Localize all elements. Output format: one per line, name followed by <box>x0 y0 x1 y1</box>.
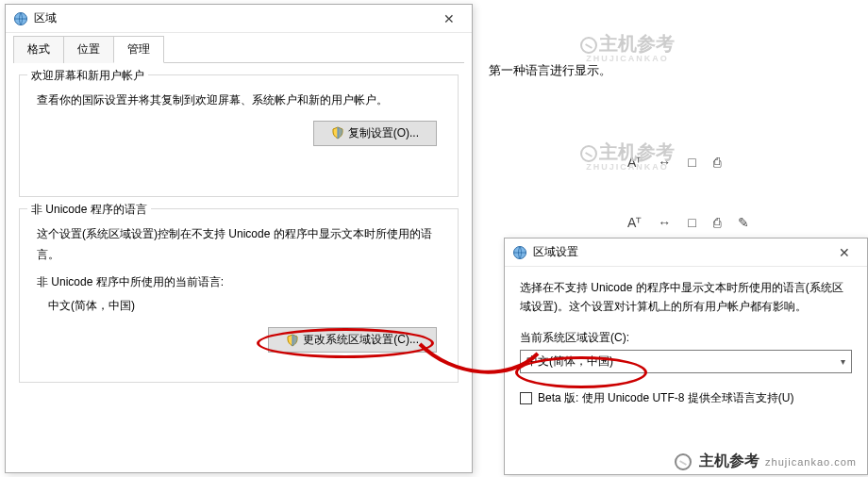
current-language-value: 中文(简体，中国) <box>48 298 446 314</box>
combo-label: 当前系统区域设置(C): <box>520 330 852 346</box>
font-icon: Aᵀ <box>627 155 641 170</box>
tab-format[interactable]: 格式 <box>13 36 64 63</box>
watermark-footer: 主机参考 zhujicankao.com <box>669 450 862 473</box>
box-icon: □ <box>688 155 695 170</box>
checkbox[interactable] <box>520 392 532 404</box>
dialog-title: 区域设置 <box>533 244 827 260</box>
group-legend: 非 Unicode 程序的语言 <box>27 202 151 218</box>
globe-icon <box>13 11 28 26</box>
globe-icon <box>512 245 527 260</box>
background-toolbar-icons-1: Aᵀ ↔ □ ⎙ <box>627 155 721 170</box>
titlebar: 区域 ✕ <box>6 5 472 33</box>
shield-icon <box>286 334 299 347</box>
shield-icon <box>331 126 344 140</box>
copy-settings-button[interactable]: 复制设置(O)... <box>313 121 437 146</box>
non-unicode-group: 非 Unicode 程序的语言 这个设置(系统区域设置)控制在不支持 Unico… <box>19 208 459 383</box>
group-description: 这个设置(系统区域设置)控制在不支持 Unicode 的程序中显示文本时所使用的… <box>37 224 446 265</box>
utf8-beta-option[interactable]: Beta 版: 使用 Unicode UTF-8 提供全球语言支持(U) <box>520 390 852 406</box>
tab-location[interactable]: 位置 <box>63 36 114 63</box>
group-legend: 欢迎屏幕和新用户帐户 <box>27 68 148 84</box>
checkbox-label: Beta 版: 使用 Unicode UTF-8 提供全球语言支持(U) <box>538 390 793 406</box>
tab-admin[interactable]: 管理 <box>113 36 164 63</box>
background-toolbar-icons-2: Aᵀ ↔ □ ⎙ ✎ <box>627 215 749 230</box>
close-button[interactable]: ✕ <box>432 8 466 30</box>
titlebar: 区域设置 ✕ <box>505 238 867 267</box>
dialog-description: 选择在不支持 Unicode 的程序中显示文本时所使用的语言(系统区域设置)。这… <box>520 278 852 317</box>
system-locale-combo[interactable]: 中文(简体，中国) ▾ <box>520 350 852 373</box>
background-text: 第一种语言进行显示。 <box>489 62 611 79</box>
welcome-screen-group: 欢迎屏幕和新用户帐户 查看你的国际设置并将其复制到欢迎屏幕、系统帐户和新的用户帐… <box>19 74 459 197</box>
sync-icon: ↔ <box>658 155 671 170</box>
region-settings-dialog: 区域设置 ✕ 选择在不支持 Unicode 的程序中显示文本时所使用的语言(系统… <box>504 238 868 475</box>
change-system-locale-button[interactable]: 更改系统区域设置(C)... <box>268 327 437 353</box>
close-button[interactable]: ✕ <box>827 241 861 264</box>
print-icon: ⎙ <box>713 215 721 230</box>
combo-value: 中文(简体，中国) <box>526 354 613 370</box>
font-icon: Aᵀ <box>627 215 641 230</box>
sync-icon: ↔ <box>658 215 671 230</box>
dialog-title: 区域 <box>34 10 432 26</box>
current-language-label: 非 Unicode 程序中所使用的当前语言: <box>37 274 446 290</box>
print-icon: ⎙ <box>713 155 721 170</box>
watermark: 主机参考 ZHUJICANKAO <box>580 31 675 63</box>
button-label: 复制设置(O)... <box>348 125 419 141</box>
edit-icon: ✎ <box>738 215 749 230</box>
chevron-down-icon: ▾ <box>841 356 845 367</box>
region-dialog: 区域 ✕ 格式 位置 管理 欢迎屏幕和新用户帐户 查看你的国际设置并将其复制到欢… <box>5 4 473 473</box>
button-label: 更改系统区域设置(C)... <box>303 332 419 348</box>
group-description: 查看你的国际设置并将其复制到欢迎屏幕、系统帐户和新的用户帐户。 <box>37 90 446 111</box>
box-icon: □ <box>688 215 695 230</box>
tab-strip: 格式 位置 管理 <box>13 35 464 63</box>
